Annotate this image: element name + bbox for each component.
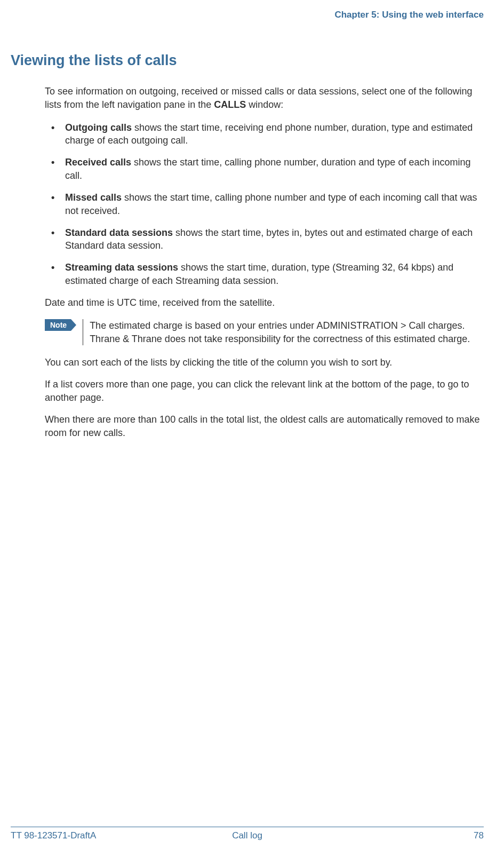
pagination-paragraph: If a list covers more than one page, you… (45, 378, 484, 405)
intro-paragraph: To see information on outgoing, received… (45, 85, 484, 112)
intro-post: window: (246, 99, 283, 110)
list-item: •Missed calls shows the start time, call… (45, 191, 484, 218)
bullet-term: Outgoing calls (65, 122, 132, 133)
note-text: The estimated charge is based on your en… (83, 319, 484, 346)
footer-page-number: 78 (474, 830, 484, 841)
list-item: •Streaming data sessions shows the start… (45, 261, 484, 288)
bullet-term: Received calls (65, 157, 131, 168)
list-item: •Outgoing calls shows the start time, re… (45, 121, 484, 148)
sort-paragraph: You can sort each of the lists by clicki… (45, 356, 484, 369)
footer-doc-id: TT 98-123571-DraftA (11, 830, 96, 841)
list-item: •Standard data sessions shows the start … (45, 226, 484, 253)
intro-bold: CALLS (214, 99, 246, 110)
bullet-term: Missed calls (65, 192, 122, 203)
chapter-header: Chapter 5: Using the web interface (11, 10, 484, 20)
note-callout: Note The estimated charge is based on yo… (45, 319, 484, 346)
bullet-rest: shows the start time, calling phone numb… (65, 192, 477, 216)
bullet-icon: • (51, 226, 54, 240)
body-content: To see information on outgoing, received… (45, 85, 484, 440)
bullet-term: Streaming data sessions (65, 262, 178, 273)
bullet-icon: • (51, 191, 54, 204)
section-title: Viewing the lists of calls (11, 52, 484, 69)
bullet-icon: • (51, 261, 54, 274)
bullet-icon: • (51, 156, 54, 169)
bullet-term: Standard data sessions (65, 227, 173, 238)
bullet-list: •Outgoing calls shows the start time, re… (45, 121, 484, 288)
utc-paragraph: Date and time is UTC time, received from… (45, 296, 484, 310)
overflow-paragraph: When there are more than 100 calls in th… (45, 413, 484, 440)
bullet-icon: • (51, 121, 54, 134)
note-badge: Note (45, 319, 71, 331)
list-item: •Received calls shows the start time, ca… (45, 156, 484, 183)
page-footer: TT 98-123571-DraftA Call log 78 (11, 827, 484, 841)
